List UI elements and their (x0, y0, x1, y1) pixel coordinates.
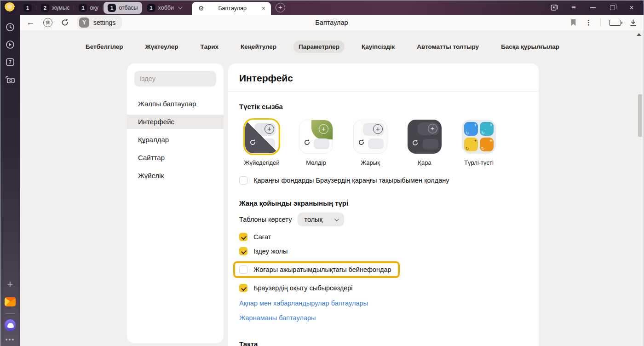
toolbar-divider (600, 18, 601, 27)
plus-icon: + (373, 124, 383, 134)
profile-avatar[interactable] (4, 2, 16, 14)
scrollbar-thumb[interactable] (638, 94, 642, 137)
tab-counter-icon[interactable]: 7 (5, 57, 16, 68)
bookmark-flag-icon[interactable] (570, 19, 577, 26)
nav-tab-history[interactable]: Тарих (195, 40, 223, 53)
url-text: settings (93, 19, 115, 26)
tab-group-family[interactable]: 1 отбасы (104, 2, 142, 14)
tab-count-badge: 1 (23, 4, 32, 12)
video-play-icon[interactable] (5, 39, 16, 50)
checkbox-unchecked-icon[interactable] (239, 265, 247, 274)
theme-system[interactable]: + Жүйедегідей (242, 120, 282, 166)
battery-icon[interactable] (609, 20, 621, 26)
tab-count-badge: 2 (41, 4, 49, 12)
screenshot-icon[interactable] (5, 74, 16, 85)
refresh-icon (412, 139, 419, 146)
tab-group-label: жұмыс (52, 5, 69, 11)
more-options-icon[interactable]: ⋮ (585, 21, 592, 24)
minimize-icon[interactable] (589, 4, 597, 12)
checkbox-checked-icon[interactable] (239, 284, 247, 292)
checkbox-label: Жоғары ажыратымдылықтағы бейнефондар (253, 266, 391, 273)
rail-divider (6, 313, 15, 314)
dark-backgrounds-option[interactable]: Қараңғы фондарды Браузердің қараңғы тақы… (239, 176, 528, 185)
active-tab-settings[interactable]: ⚙ Баптаулар × (192, 2, 271, 15)
settings-sidebar: Жалпы баптаулар Интерфейс Құралдар Сайтт… (127, 63, 224, 343)
side-rail: 7 + ••• (0, 15, 20, 346)
close-tab-icon[interactable]: × (261, 5, 266, 12)
browser-hints-option[interactable]: Браузердің оқыту сыбырсөздері (239, 284, 528, 292)
tab-group-study[interactable]: 1 оқу (75, 2, 103, 14)
search-bar-option[interactable]: Іздеу жолы (239, 247, 528, 255)
sidebar-item-tools[interactable]: Құралдар (127, 133, 224, 147)
checkbox-label: Іздеу жолы (253, 248, 288, 255)
tableau-select[interactable]: толық (298, 213, 344, 226)
refresh-icon (249, 139, 256, 146)
theme-label: Жарық (361, 159, 380, 166)
plus-icon: + (264, 124, 274, 134)
section-heading: Интерфейс (228, 63, 539, 91)
browser-window: 1 2 жұмыс 1 оқу 1 отбасы 1 хобби ⚙ Бапта… (0, 0, 644, 346)
tab-group-label: отбасы (119, 5, 138, 11)
back-icon[interactable]: ← (26, 17, 35, 28)
checkbox-unchecked-icon[interactable] (239, 176, 247, 185)
theme-label: Қара (418, 159, 431, 166)
hi-res-video-backgrounds-option[interactable]: Жоғары ажыратымдылықтағы бейнефондар (239, 265, 391, 274)
checkbox-checked-icon[interactable] (239, 233, 247, 241)
tab-count-badge: 1 (108, 4, 116, 12)
nav-tab-extensions[interactable]: Кеңейтулер (236, 40, 282, 53)
nav-tab-downloads[interactable]: Жүктеулер (140, 40, 184, 53)
mini-theme-orange: +↻ (480, 138, 494, 151)
theme-colorful[interactable]: +↻ +↻ +↻ +↻ Түрлі-түсті (459, 120, 499, 166)
sidebar-item-system[interactable]: Жүйелік (127, 168, 224, 183)
yandex-disk-icon[interactable] (5, 320, 16, 331)
restore-window-icon[interactable] (609, 4, 616, 12)
plus-icon: + (428, 124, 437, 133)
site-badge-icon: Y (79, 17, 89, 28)
sidebar-item-interface[interactable]: Интерфейс (127, 115, 224, 129)
sidebar-item-sites[interactable]: Сайттар (127, 150, 224, 165)
new-tab-heading: Жаңа қойынды экранының түрі (239, 199, 528, 207)
url-field[interactable]: Y settings (77, 16, 122, 29)
tab-group-hobby[interactable]: 1 хобби (143, 2, 185, 14)
downloads-icon[interactable] (629, 19, 637, 27)
nav-tab-security[interactable]: Қауіпсіздік (356, 40, 400, 53)
highlighted-option-frame: Жоғары ажыратымдылықтағы бейнефондар (233, 261, 400, 278)
yandex-logo-icon[interactable]: Я (43, 18, 52, 27)
nav-tab-autofill[interactable]: Автоматты толтыру (412, 40, 484, 53)
chevron-down-icon (334, 217, 339, 221)
theme-label: Мөлдір (306, 159, 326, 166)
nav-tab-settings[interactable]: Параметрлер (293, 40, 345, 53)
add-panel-icon[interactable]: + (5, 279, 16, 290)
tab-group-work[interactable]: 2 жұмыс (37, 2, 74, 14)
yandex-mail-icon[interactable] (5, 296, 16, 307)
nav-tab-bookmarks[interactable]: Бетбелгілер (80, 40, 128, 53)
theme-dark[interactable]: + Қара (405, 120, 444, 166)
tableau-label: Таблоны көрсету (239, 216, 292, 223)
nav-tab-other-devices[interactable]: Басқа құрылғылар (496, 40, 564, 53)
search-input[interactable] (134, 71, 216, 86)
tab-group-label: хобби (158, 5, 174, 11)
history-clock-icon[interactable] (5, 22, 16, 33)
titlebar: 1 2 жұмыс 1 оқу 1 отбасы 1 хобби ⚙ Бапта… (0, 0, 644, 15)
clock-option[interactable]: Сағат (239, 233, 528, 241)
tab-count-badge: 1 (147, 4, 155, 12)
theme-picker: + Жүйедегідей + (239, 112, 528, 166)
interface-settings-card: Интерфейс Түстік сызба + (228, 63, 539, 346)
ads-settings-link[interactable]: Жарнаманы баптаулары (239, 314, 528, 322)
theme-label: Түрлі-түсті (464, 159, 494, 166)
theme-light[interactable]: + Жарық (351, 120, 390, 166)
scrollbar-up-arrow[interactable] (637, 33, 641, 36)
more-dots-icon[interactable]: ••• (6, 336, 15, 343)
color-scheme-title: Түстік сызба (239, 103, 528, 110)
checkbox-label: Қараңғы фондарды Браузердің қараңғы тақы… (253, 177, 449, 184)
close-window-icon[interactable]: × (628, 4, 635, 12)
tab-group-1[interactable]: 1 (19, 2, 36, 14)
sidebar-item-general[interactable]: Жалпы баптаулар (127, 97, 224, 111)
checkbox-checked-icon[interactable] (239, 247, 247, 255)
theme-transparent[interactable]: + Мөлдір (296, 120, 336, 166)
news-notifications-settings-link[interactable]: Ақпар мен хабарландырулар баптаулары (239, 300, 528, 307)
refresh-icon[interactable] (61, 18, 69, 27)
new-tab-button[interactable]: + (276, 3, 285, 12)
tab-panels-icon[interactable] (551, 4, 558, 12)
menu-icon[interactable]: ≡ (570, 4, 577, 12)
